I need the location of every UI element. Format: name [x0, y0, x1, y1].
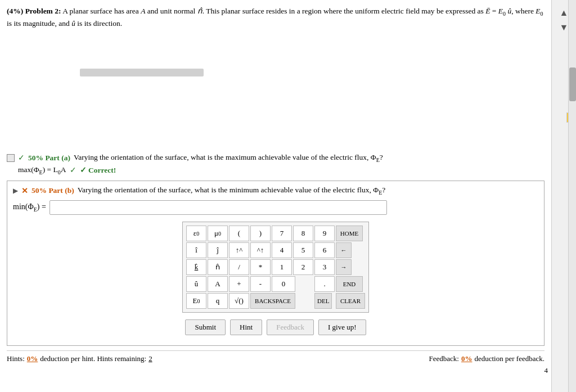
part-a-check-icon: ✓ [18, 153, 25, 163]
problem-label: Problem 2: [25, 7, 61, 15]
keyboard-row-2: î ĵ ↑^ ^↑ 4 5 6 ← [186, 242, 365, 258]
key-4[interactable]: 4 [272, 242, 292, 258]
keyboard-row-4: û A + - 0 . END [186, 276, 365, 292]
key-j-hat[interactable]: ĵ [208, 242, 228, 258]
submit-button[interactable]: Submit [185, 319, 226, 335]
key-left-arrow[interactable]: ← [336, 242, 352, 258]
hints-count[interactable]: 2 [148, 354, 152, 363]
key-q[interactable]: q [208, 293, 228, 309]
key-E0[interactable]: E0 [186, 293, 206, 309]
key-A[interactable]: A [208, 276, 228, 292]
key-6[interactable]: 6 [314, 242, 335, 258]
scrollbar-track [568, 0, 576, 392]
key-dot[interactable]: . [314, 276, 335, 292]
feedback-deduction-text: deduction per feedback. [474, 354, 544, 363]
key-right-arrow[interactable]: → [336, 259, 352, 275]
key-up2[interactable]: ^↑ [250, 242, 271, 258]
part-a-percent: 50% Part (a) [28, 154, 70, 163]
keyboard-row-1: ε0 μ0 ( ) 7 8 9 HOME [186, 226, 365, 241]
min-label: min(ΦE) = [13, 202, 46, 213]
key-3[interactable]: 3 [314, 259, 335, 275]
part-b-x-icon: ✕ [21, 186, 28, 196]
scrollbar-thumb[interactable] [569, 67, 576, 101]
min-answer-input[interactable] [50, 200, 387, 215]
key-k-hat[interactable]: k̂ [186, 259, 206, 275]
key-close-paren[interactable]: ) [250, 226, 271, 241]
key-u-hat[interactable]: û [186, 276, 206, 292]
hints-deduction-percent: 0% [27, 354, 38, 363]
keyboard-row-3: k̂ n̂ / * 1 2 3 → [186, 259, 365, 275]
hint-button[interactable]: Hint [230, 319, 262, 335]
key-end[interactable]: END [336, 276, 363, 292]
min-input-row: min(ΦE) = [13, 200, 538, 215]
key-sqrt[interactable]: √() [229, 293, 249, 309]
key-divide[interactable]: / [229, 259, 249, 275]
sidebar-down-arrow[interactable]: ▼ [560, 22, 569, 33]
content-area [7, 35, 544, 147]
hints-label: Hints: [7, 354, 25, 363]
part-a-header: ✓ 50% Part (a) Varying the orientation o… [7, 153, 544, 163]
problem-header: (4%) Problem 2: A planar surface has are… [7, 6, 544, 29]
key-up1[interactable]: ↑^ [229, 242, 249, 258]
keyboard-table: ε0 μ0 ( ) 7 8 9 HOME î ĵ ↑^ [182, 222, 369, 313]
keyboard-section: ε0 μ0 ( ) 7 8 9 HOME î ĵ ↑^ [13, 222, 538, 313]
key-clear[interactable]: CLEAR [336, 293, 365, 309]
play-icon: ▶ [13, 187, 18, 195]
key-open-paren[interactable]: ( [229, 226, 249, 241]
gray-bar-1 [80, 69, 204, 76]
key-del[interactable]: DEL [314, 293, 332, 309]
part-b-percent: 50% Part (b) [32, 186, 74, 195]
key-8[interactable]: 8 [293, 226, 313, 241]
hints-deduction-text: deduction per hint. Hints remaining: [40, 354, 146, 363]
part-b-header: ▶ ✕ 50% Part (b) Varying the orientation… [13, 186, 538, 196]
key-backspace[interactable]: BACKSPACE [250, 293, 295, 309]
key-0[interactable]: 0 [272, 276, 295, 292]
hints-left: Hints: 0% deduction per hint. Hints rema… [7, 354, 152, 363]
key-mu0[interactable]: μ0 [208, 226, 228, 241]
key-n-hat[interactable]: n̂ [208, 259, 228, 275]
part-a-correct-check: ✓ [70, 165, 76, 175]
feedback-button[interactable]: Feedback [267, 319, 314, 335]
key-2[interactable]: 2 [293, 259, 313, 275]
keyboard-row-5: E0 q √() BACKSPACE DEL CLEAR [186, 293, 365, 309]
part-a-checkbox [7, 154, 15, 162]
feedback-deduction-percent: 0% [461, 354, 472, 363]
part-a-correct-label: ✓ Correct! [80, 165, 116, 175]
hints-bar: Hints: 0% deduction per hint. Hints rema… [7, 350, 544, 363]
part-b-section: ▶ ✕ 50% Part (b) Varying the orientation… [7, 181, 544, 346]
problem-percent: (4%) [7, 7, 23, 15]
part-b-question: Varying the orientation of the surface, … [78, 186, 386, 196]
key-minus[interactable]: - [250, 276, 271, 292]
feedback-right: Feedback: 0% deduction per feedback. [429, 354, 544, 363]
give-up-button[interactable]: I give up! [318, 319, 366, 335]
key-5[interactable]: 5 [293, 242, 313, 258]
key-i-hat[interactable]: î [186, 242, 206, 258]
part-a-question: Varying the orientation of the surface, … [74, 153, 383, 163]
part-a-answer-text: max(ΦE) = L0A [18, 165, 66, 175]
key-9[interactable]: 9 [314, 226, 335, 241]
key-multiply[interactable]: * [250, 259, 271, 275]
key-7[interactable]: 7 [272, 226, 292, 241]
page-number: 4 [544, 366, 548, 375]
sidebar-up-arrow[interactable]: ▲ [560, 8, 569, 18]
key-plus[interactable]: + [229, 276, 249, 292]
feedback-label: Feedback: [429, 354, 459, 363]
key-epsilon0[interactable]: ε0 [186, 226, 206, 241]
action-buttons-row: Submit Hint Feedback I give up! [13, 319, 538, 335]
key-1[interactable]: 1 [272, 259, 292, 275]
part-a-answer-row: max(ΦE) = L0A ✓ ✓ Correct! [7, 165, 544, 175]
key-home[interactable]: HOME [336, 226, 363, 241]
